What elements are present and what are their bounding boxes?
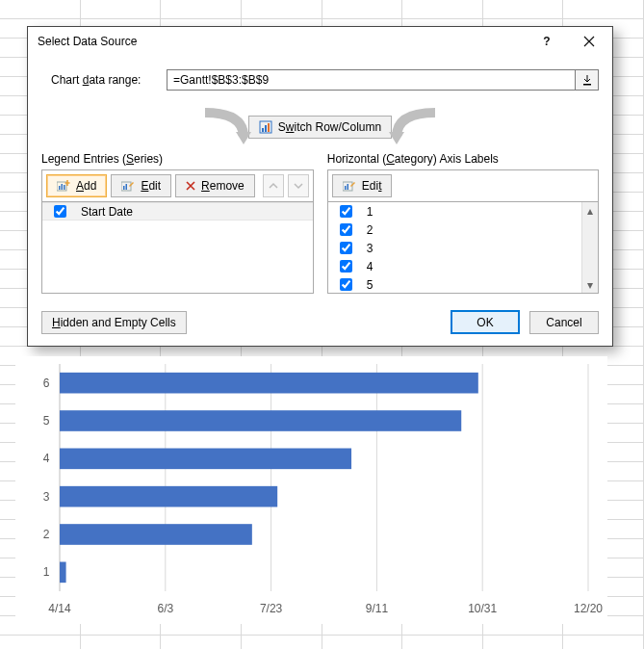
chevron-down-icon (294, 181, 303, 191)
bar (60, 486, 277, 507)
category-item-checkbox[interactable] (340, 223, 352, 236)
y-tick-label: 5 (43, 414, 50, 428)
series-list[interactable]: Start Date (41, 201, 314, 294)
x-tick-label: 7/23 (260, 602, 283, 615)
bar (60, 562, 66, 584)
chart-data-range-label: Chart data range: (41, 73, 157, 87)
move-down-button[interactable] (288, 174, 309, 197)
svg-rect-8 (64, 185, 65, 190)
category-toolbar: Edit (327, 169, 599, 201)
svg-rect-3 (265, 125, 267, 132)
curved-arrow-right-icon (387, 108, 445, 146)
category-item[interactable]: 3 (328, 239, 598, 257)
svg-rect-0 (583, 84, 591, 86)
svg-rect-7 (62, 184, 64, 190)
help-icon: ? (543, 35, 550, 48)
close-button[interactable] (568, 28, 610, 55)
add-series-button[interactable]: Add (46, 174, 107, 197)
chart[interactable]: 4/146/37/239/1110/3112/20654321 (15, 356, 607, 624)
svg-rect-14 (347, 184, 348, 190)
edit-series-button[interactable]: Edit (111, 174, 171, 197)
svg-rect-6 (59, 186, 61, 190)
category-axis-title: Horizontal (Category) Axis Labels (327, 152, 599, 166)
category-item-label: 5 (367, 278, 374, 292)
bar (60, 410, 461, 431)
y-tick-label: 3 (43, 490, 50, 504)
switch-icon (259, 120, 272, 134)
series-item[interactable]: Start Date (42, 202, 313, 221)
series-toolbar: Add Edit Remove (41, 169, 314, 201)
chart-data-range-input[interactable] (167, 69, 576, 91)
category-item-checkbox[interactable] (340, 260, 352, 273)
legend-entries-title: Legend Entries (Series) (41, 152, 314, 166)
svg-rect-4 (268, 123, 270, 132)
select-data-source-dialog: Select Data Source ? Chart data range: S… (27, 26, 613, 347)
x-tick-label: 4/14 (48, 602, 71, 615)
bar (60, 373, 478, 394)
svg-rect-10 (123, 186, 125, 190)
cancel-button[interactable]: Cancel (529, 311, 599, 334)
legend-entries-panel: Legend Entries (Series) Add Edit Remove (41, 152, 314, 294)
switch-row: Switch Row/Column (41, 108, 599, 146)
category-axis-panel: Horizontal (Category) Axis Labels Edit 1… (327, 152, 599, 294)
move-up-button[interactable] (263, 174, 284, 197)
scroll-down-icon[interactable]: ▾ (582, 276, 598, 293)
chevron-up-icon (269, 181, 278, 191)
x-tick-label: 6/3 (157, 602, 173, 615)
category-item-checkbox[interactable] (340, 278, 352, 291)
edit-icon (343, 180, 356, 192)
category-item[interactable]: 5 (328, 275, 598, 294)
dialog-footer: Hidden and Empty Cells OK Cancel (41, 310, 599, 334)
y-tick-label: 1 (43, 565, 50, 579)
chart-svg: 4/146/37/239/1110/3112/20654321 (15, 356, 607, 624)
bar (60, 449, 351, 470)
y-tick-label: 6 (43, 376, 50, 390)
close-icon (583, 36, 595, 47)
ok-button[interactable]: OK (451, 310, 520, 334)
x-tick-label: 9/11 (366, 602, 389, 615)
help-button[interactable]: ? (526, 28, 568, 55)
category-item[interactable]: 4 (328, 257, 598, 275)
switch-row-column-button[interactable]: Switch Row/Column (248, 116, 392, 139)
y-tick-label: 2 (43, 528, 50, 541)
category-item-label: 3 (367, 242, 374, 255)
x-tick-label: 12/20 (574, 602, 603, 615)
category-item[interactable]: 2 (328, 221, 598, 239)
edit-category-button[interactable]: Edit (332, 174, 393, 197)
category-list[interactable]: 12345 ▴ ▾ (327, 201, 599, 294)
category-item-label: 2 (367, 223, 374, 237)
dialog-titlebar[interactable]: Select Data Source ? (28, 27, 612, 56)
dialog-title: Select Data Source (38, 35, 526, 48)
edit-icon (121, 180, 135, 192)
scrollbar[interactable]: ▴ ▾ (581, 202, 598, 293)
x-tick-label: 10/31 (468, 602, 497, 615)
hidden-empty-cells-button[interactable]: Hidden and Empty Cells (41, 311, 187, 334)
bar (60, 524, 252, 545)
collapse-dialog-icon (581, 74, 593, 86)
series-item-label: Start Date (81, 205, 133, 219)
svg-rect-11 (126, 184, 128, 190)
series-item-checkbox[interactable] (54, 205, 66, 218)
category-item-label: 4 (367, 260, 374, 273)
y-tick-label: 4 (43, 452, 50, 465)
category-item-checkbox[interactable] (340, 205, 352, 218)
range-picker-button[interactable] (576, 69, 599, 91)
category-item-label: 1 (367, 205, 374, 219)
curved-arrow-left-icon (195, 108, 253, 146)
svg-rect-13 (345, 186, 347, 190)
svg-rect-2 (262, 128, 264, 132)
add-icon (57, 180, 70, 192)
remove-icon (186, 181, 195, 191)
scroll-up-icon[interactable]: ▴ (582, 202, 598, 219)
category-item[interactable]: 1 (328, 202, 598, 221)
chart-data-range-row: Chart data range: (41, 69, 599, 91)
category-item-checkbox[interactable] (340, 242, 352, 254)
remove-series-button[interactable]: Remove (175, 174, 255, 197)
